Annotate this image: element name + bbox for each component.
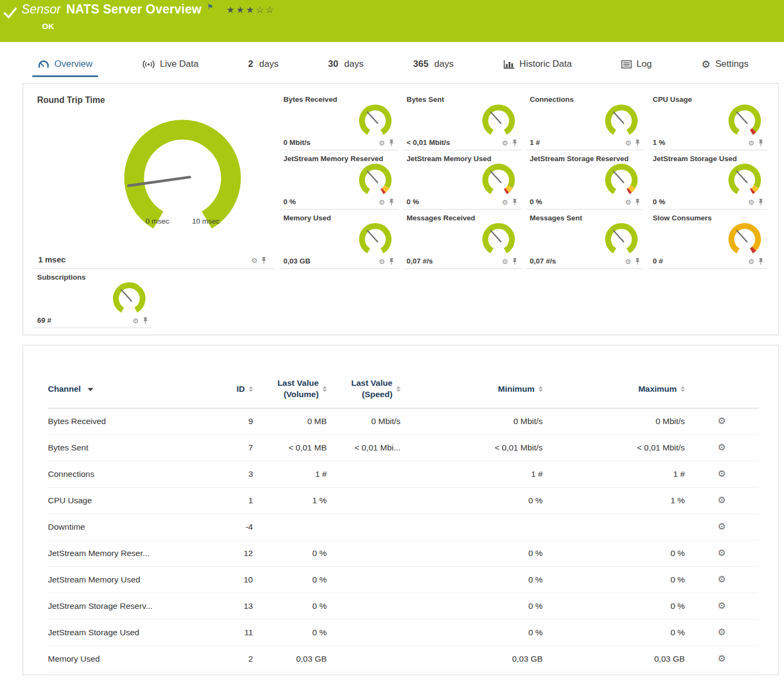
col-header-id[interactable]: ID [201, 374, 253, 408]
pin-icon[interactable] [758, 139, 764, 147]
gauge-settings-icon[interactable]: ⚙ [625, 140, 632, 147]
pin-icon[interactable] [634, 139, 641, 147]
gauge-settings-icon[interactable]: ⚙ [379, 140, 385, 147]
table-row[interactable]: JetStream Memory Reser... 12 0 % 0 % 0 %… [48, 540, 759, 566]
gauge-settings-icon[interactable]: ⚙ [502, 199, 508, 206]
tab-2-days[interactable]: 2 days [243, 54, 284, 77]
table-row[interactable]: JetStream Storage Used 11 0 % 0 % 0 % ⚙ [48, 619, 759, 646]
cell-channel[interactable]: Bytes Received [48, 408, 201, 434]
table-row[interactable]: JetStream Memory Used 10 0 % 0 % 0 % ⚙ [48, 566, 759, 593]
pin-icon[interactable] [261, 256, 267, 264]
col-header-minimum[interactable]: Minimum [401, 374, 543, 408]
gauge-tile-memory-used[interactable]: Memory Used 0,03 GB ⚙ [280, 210, 398, 269]
header-label: Last Value [351, 378, 393, 389]
cell-channel[interactable]: JetStream Memory Used [48, 566, 201, 593]
star-3[interactable]: ★ [246, 5, 256, 15]
cell-channel[interactable]: Downtime [48, 514, 201, 540]
cell-channel[interactable]: Bytes Sent [48, 434, 201, 461]
tab-historic-data[interactable]: Historic Data [498, 54, 577, 77]
gauge-value: 1 # [530, 138, 540, 147]
table-row[interactable]: Bytes Received 9 0 MB 0 Mbit/s 0 Mbit/s … [48, 408, 759, 434]
pin-icon[interactable] [634, 258, 641, 265]
tab-365-days[interactable]: 365 days [408, 54, 459, 77]
gauge-tile-jetstream-memory-used[interactable]: JetStream Memory Used 0 % ⚙ [403, 150, 521, 210]
channel-settings-icon[interactable]: ⚙ [718, 627, 726, 637]
channel-settings-icon[interactable]: ⚙ [718, 601, 726, 611]
tab-log[interactable]: Log [616, 54, 657, 77]
gauge-tile-jetstream-storage-used[interactable]: JetStream Storage Used 0 % ⚙ [649, 150, 767, 210]
pin-icon[interactable] [758, 198, 764, 206]
gauge-settings-icon[interactable]: ⚙ [748, 199, 754, 206]
gauge-tile-jetstream-memory-reserved[interactable]: JetStream Memory Reserved 0 % ⚙ [280, 150, 398, 210]
tab-live-data[interactable]: Live Data [137, 54, 204, 77]
pin-icon[interactable] [758, 258, 764, 265]
tab-label: Log [636, 59, 652, 70]
gauge-tile-cpu-usage[interactable]: CPU Usage 1 % ⚙ [649, 91, 767, 150]
status-check-icon [3, 6, 17, 22]
round-trip-time-tile[interactable]: Round Trip Time 0 msec 10 msec 1 msec ⚙ [34, 91, 275, 269]
gauge-settings-icon[interactable]: ⚙ [502, 258, 508, 265]
pin-icon[interactable] [388, 139, 395, 147]
tab-settings[interactable]: ⚙ Settings [696, 54, 753, 77]
cell-channel[interactable]: JetStream Storage Used [48, 619, 201, 646]
pin-icon[interactable] [512, 139, 518, 147]
pin-icon[interactable] [142, 317, 149, 324]
pin-icon[interactable] [388, 258, 395, 265]
channel-settings-icon[interactable]: ⚙ [718, 522, 726, 532]
pin-icon[interactable] [512, 198, 518, 206]
tab-overview[interactable]: Overview [32, 54, 98, 77]
gauge-settings-icon[interactable]: ⚙ [748, 258, 754, 265]
gauge-settings-icon[interactable]: ⚙ [379, 258, 385, 265]
table-row[interactable]: JetStream Storage Reserv... 13 0 % 0 % 0… [48, 593, 759, 619]
star-4[interactable]: ☆ [256, 5, 265, 15]
star-2[interactable]: ★ [236, 5, 246, 15]
channel-settings-icon[interactable]: ⚙ [718, 574, 726, 585]
star-1[interactable]: ★ [226, 5, 236, 15]
gauge-settings-icon[interactable]: ⚙ [625, 258, 632, 265]
gauge-tile-messages-sent[interactable]: Messages Sent 0,07 #/s ⚙ [527, 210, 645, 269]
gauge-tile-slow-consumers[interactable]: Slow Consumers 0 # ⚙ [649, 210, 767, 269]
gauge-tile-jetstream-storage-reserved[interactable]: JetStream Storage Reserved 0 % ⚙ [527, 150, 645, 210]
cell-channel[interactable]: JetStream Memory Reser... [48, 540, 201, 566]
gauge [478, 102, 519, 137]
pin-icon[interactable] [634, 198, 641, 206]
cell-channel[interactable]: CPU Usage [48, 487, 201, 514]
channel-settings-icon[interactable]: ⚙ [718, 495, 726, 505]
table-row[interactable]: Downtime -4 ⚙ [48, 514, 759, 540]
pin-icon[interactable] [388, 198, 395, 206]
pin-icon[interactable] [512, 258, 518, 265]
gauge-icon [38, 59, 50, 69]
col-header-maximum[interactable]: Maximum [543, 374, 685, 408]
priority-stars[interactable]: ★★★☆☆ [226, 4, 275, 16]
gauge-tile-subscriptions[interactable]: Subscriptions 69 # ⚙ [34, 269, 152, 328]
gauge-settings-icon[interactable]: ⚙ [251, 257, 258, 264]
tab-30-days[interactable]: 30 days [323, 54, 369, 77]
gauge-tile-connections[interactable]: Connections 1 # ⚙ [527, 91, 645, 150]
channel-settings-icon[interactable]: ⚙ [718, 416, 726, 426]
gauge-tile-bytes-received[interactable]: Bytes Received 0 Mbit/s ⚙ [280, 91, 398, 150]
cell-channel[interactable]: JetStream Storage Reserv... [48, 593, 201, 619]
channel-settings-icon[interactable]: ⚙ [718, 442, 726, 453]
cell-channel[interactable]: Connections [48, 461, 201, 487]
gauge-settings-icon[interactable]: ⚙ [379, 199, 385, 206]
table-row[interactable]: CPU Usage 1 1 % 0 % 1 % ⚙ [48, 487, 759, 514]
gauge-tile-messages-received[interactable]: Messages Received 0,07 #/s ⚙ [403, 210, 521, 269]
star-5[interactable]: ☆ [265, 5, 275, 15]
table-row[interactable]: Bytes Sent 7 < 0,01 MB < 0,01 Mbi... < 0… [48, 434, 759, 461]
channel-settings-icon[interactable]: ⚙ [718, 548, 726, 558]
channels-panel: Channel ID Last Value(Volume) Last Value… [23, 345, 779, 675]
col-header-last-value-speed[interactable]: Last Value(Speed) [327, 374, 401, 408]
cell-minimum: 0 % [401, 566, 543, 593]
gauge-settings-icon[interactable]: ⚙ [748, 140, 754, 147]
table-row[interactable]: Memory Used 2 0,03 GB 0,03 GB 0,03 GB ⚙ [48, 646, 759, 672]
gauge-tile-bytes-sent[interactable]: Bytes Sent < 0,01 Mbit/s ⚙ [403, 91, 521, 150]
col-header-last-value-volume[interactable]: Last Value(Volume) [253, 374, 327, 408]
gauge-settings-icon[interactable]: ⚙ [132, 317, 139, 324]
cell-channel[interactable]: Memory Used [48, 646, 201, 672]
table-row[interactable]: Connections 3 1 # 1 # 1 # ⚙ [48, 461, 759, 487]
col-header-channel[interactable]: Channel [48, 374, 201, 408]
gauge-settings-icon[interactable]: ⚙ [625, 199, 632, 206]
channel-settings-icon[interactable]: ⚙ [718, 654, 726, 664]
gauge-settings-icon[interactable]: ⚙ [502, 140, 508, 147]
channel-settings-icon[interactable]: ⚙ [718, 469, 726, 479]
